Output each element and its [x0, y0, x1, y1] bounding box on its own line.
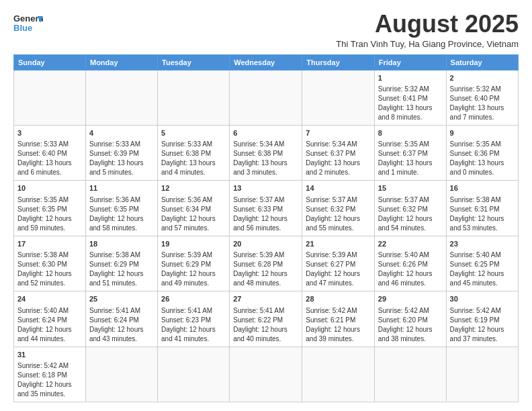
day-number: 11	[89, 183, 154, 193]
day-content: Sunrise: 5:42 AM Sunset: 6:20 PM Dayligh…	[378, 307, 433, 342]
day-header-friday: Friday	[374, 54, 446, 70]
day-content: Sunrise: 5:42 AM Sunset: 6:18 PM Dayligh…	[17, 362, 72, 398]
calendar-cell: 9Sunrise: 5:35 AM Sunset: 6:36 PM Daylig…	[446, 125, 518, 180]
day-content: Sunrise: 5:34 AM Sunset: 6:38 PM Dayligh…	[233, 140, 287, 176]
day-content: Sunrise: 5:36 AM Sunset: 6:34 PM Dayligh…	[161, 196, 216, 232]
week-row-1: 3Sunrise: 5:33 AM Sunset: 6:40 PM Daylig…	[14, 125, 519, 180]
day-content: Sunrise: 5:36 AM Sunset: 6:35 PM Dayligh…	[89, 196, 144, 232]
calendar-cell	[230, 347, 302, 402]
day-content: Sunrise: 5:33 AM Sunset: 6:38 PM Dayligh…	[161, 140, 216, 176]
day-number: 16	[450, 183, 515, 193]
calendar-cell: 13Sunrise: 5:37 AM Sunset: 6:33 PM Dayli…	[230, 181, 302, 236]
calendar-cell: 18Sunrise: 5:38 AM Sunset: 6:29 PM Dayli…	[85, 236, 157, 291]
week-row-3: 17Sunrise: 5:38 AM Sunset: 6:30 PM Dayli…	[14, 236, 519, 291]
day-number: 8	[378, 128, 443, 138]
day-header-wednesday: Wednesday	[230, 54, 302, 70]
week-row-5: 31Sunrise: 5:42 AM Sunset: 6:18 PM Dayli…	[14, 347, 519, 402]
day-content: Sunrise: 5:42 AM Sunset: 6:21 PM Dayligh…	[306, 307, 360, 342]
svg-text:Blue: Blue	[13, 23, 32, 33]
day-content: Sunrise: 5:40 AM Sunset: 6:26 PM Dayligh…	[378, 251, 433, 287]
day-content: Sunrise: 5:41 AM Sunset: 6:23 PM Dayligh…	[161, 307, 216, 342]
calendar-cell: 15Sunrise: 5:37 AM Sunset: 6:32 PM Dayli…	[374, 181, 446, 236]
day-content: Sunrise: 5:34 AM Sunset: 6:37 PM Dayligh…	[306, 140, 360, 176]
day-content: Sunrise: 5:37 AM Sunset: 6:32 PM Dayligh…	[306, 196, 360, 232]
day-content: Sunrise: 5:40 AM Sunset: 6:24 PM Dayligh…	[17, 307, 72, 342]
calendar-cell: 30Sunrise: 5:42 AM Sunset: 6:19 PM Dayli…	[446, 291, 518, 347]
day-content: Sunrise: 5:39 AM Sunset: 6:29 PM Dayligh…	[161, 251, 216, 287]
day-number: 24	[17, 294, 82, 304]
day-number: 31	[17, 350, 82, 360]
calendar-cell: 22Sunrise: 5:40 AM Sunset: 6:26 PM Dayli…	[374, 236, 446, 291]
title-block: August 2025 Thi Tran Vinh Tuy, Ha Giang …	[336, 11, 519, 49]
day-content: Sunrise: 5:33 AM Sunset: 6:39 PM Dayligh…	[89, 140, 144, 176]
month-year-title: August 2025	[336, 11, 519, 38]
week-row-2: 10Sunrise: 5:35 AM Sunset: 6:35 PM Dayli…	[14, 181, 519, 236]
day-number: 18	[89, 239, 154, 249]
day-content: Sunrise: 5:32 AM Sunset: 6:41 PM Dayligh…	[378, 85, 433, 121]
day-header-sunday: Sunday	[14, 54, 86, 70]
calendar-cell: 29Sunrise: 5:42 AM Sunset: 6:20 PM Dayli…	[374, 291, 446, 347]
calendar-cell: 17Sunrise: 5:38 AM Sunset: 6:30 PM Dayli…	[14, 236, 86, 291]
day-content: Sunrise: 5:41 AM Sunset: 6:24 PM Dayligh…	[89, 307, 144, 342]
logo: General Blue	[13, 11, 43, 35]
day-content: Sunrise: 5:40 AM Sunset: 6:25 PM Dayligh…	[450, 251, 504, 287]
calendar-cell: 19Sunrise: 5:39 AM Sunset: 6:29 PM Dayli…	[158, 236, 230, 291]
day-content: Sunrise: 5:37 AM Sunset: 6:32 PM Dayligh…	[378, 196, 433, 232]
day-header-saturday: Saturday	[446, 54, 518, 70]
calendar-cell: 26Sunrise: 5:41 AM Sunset: 6:23 PM Dayli…	[158, 291, 230, 347]
day-number: 23	[450, 239, 515, 249]
day-content: Sunrise: 5:38 AM Sunset: 6:29 PM Dayligh…	[89, 251, 144, 287]
day-content: Sunrise: 5:39 AM Sunset: 6:27 PM Dayligh…	[306, 251, 360, 287]
calendar-header: SundayMondayTuesdayWednesdayThursdayFrid…	[14, 54, 519, 70]
calendar-cell: 2Sunrise: 5:32 AM Sunset: 6:40 PM Daylig…	[446, 70, 518, 125]
day-content: Sunrise: 5:37 AM Sunset: 6:33 PM Dayligh…	[233, 196, 287, 232]
days-of-week-row: SundayMondayTuesdayWednesdayThursdayFrid…	[14, 54, 519, 70]
day-number: 22	[378, 239, 443, 249]
day-number: 26	[161, 294, 226, 304]
calendar-cell: 27Sunrise: 5:41 AM Sunset: 6:22 PM Dayli…	[230, 291, 302, 347]
day-number: 27	[233, 294, 298, 304]
calendar-cell: 11Sunrise: 5:36 AM Sunset: 6:35 PM Dayli…	[85, 181, 157, 236]
day-content: Sunrise: 5:38 AM Sunset: 6:30 PM Dayligh…	[17, 251, 72, 287]
day-number: 20	[233, 239, 298, 249]
day-number: 13	[233, 183, 298, 193]
location-subtitle: Thi Tran Vinh Tuy, Ha Giang Province, Vi…	[336, 39, 519, 49]
day-number: 25	[89, 294, 154, 304]
calendar-table: SundayMondayTuesdayWednesdayThursdayFrid…	[13, 54, 519, 402]
day-number: 30	[450, 294, 515, 304]
calendar-cell: 21Sunrise: 5:39 AM Sunset: 6:27 PM Dayli…	[302, 236, 374, 291]
day-number: 15	[378, 183, 443, 193]
calendar-cell: 16Sunrise: 5:38 AM Sunset: 6:31 PM Dayli…	[446, 181, 518, 236]
calendar-cell: 25Sunrise: 5:41 AM Sunset: 6:24 PM Dayli…	[85, 291, 157, 347]
calendar-cell	[230, 70, 302, 125]
day-content: Sunrise: 5:42 AM Sunset: 6:19 PM Dayligh…	[450, 307, 504, 342]
day-header-thursday: Thursday	[302, 54, 374, 70]
calendar-cell: 5Sunrise: 5:33 AM Sunset: 6:38 PM Daylig…	[158, 125, 230, 180]
day-number: 12	[161, 183, 226, 193]
header: General Blue August 2025 Thi Tran Vinh T…	[13, 11, 519, 49]
day-number: 10	[17, 183, 82, 193]
calendar-cell: 8Sunrise: 5:35 AM Sunset: 6:37 PM Daylig…	[374, 125, 446, 180]
day-number: 9	[450, 128, 515, 138]
calendar-cell	[302, 70, 374, 125]
day-number: 19	[161, 239, 226, 249]
calendar-cell: 14Sunrise: 5:37 AM Sunset: 6:32 PM Dayli…	[302, 181, 374, 236]
calendar-cell	[85, 347, 157, 402]
day-number: 3	[17, 128, 82, 138]
day-number: 4	[89, 128, 154, 138]
calendar-cell: 24Sunrise: 5:40 AM Sunset: 6:24 PM Dayli…	[14, 291, 86, 347]
day-header-tuesday: Tuesday	[158, 54, 230, 70]
calendar-cell	[158, 347, 230, 402]
day-content: Sunrise: 5:38 AM Sunset: 6:31 PM Dayligh…	[450, 196, 504, 232]
calendar-cell: 6Sunrise: 5:34 AM Sunset: 6:38 PM Daylig…	[230, 125, 302, 180]
calendar-cell: 28Sunrise: 5:42 AM Sunset: 6:21 PM Dayli…	[302, 291, 374, 347]
day-number: 1	[378, 73, 443, 83]
logo-icon: General Blue	[13, 11, 43, 35]
day-number: 14	[306, 183, 370, 193]
day-number: 2	[450, 73, 515, 83]
day-number: 6	[233, 128, 298, 138]
day-number: 21	[306, 239, 370, 249]
calendar-cell	[85, 70, 157, 125]
day-number: 7	[306, 128, 370, 138]
calendar-cell	[374, 347, 446, 402]
